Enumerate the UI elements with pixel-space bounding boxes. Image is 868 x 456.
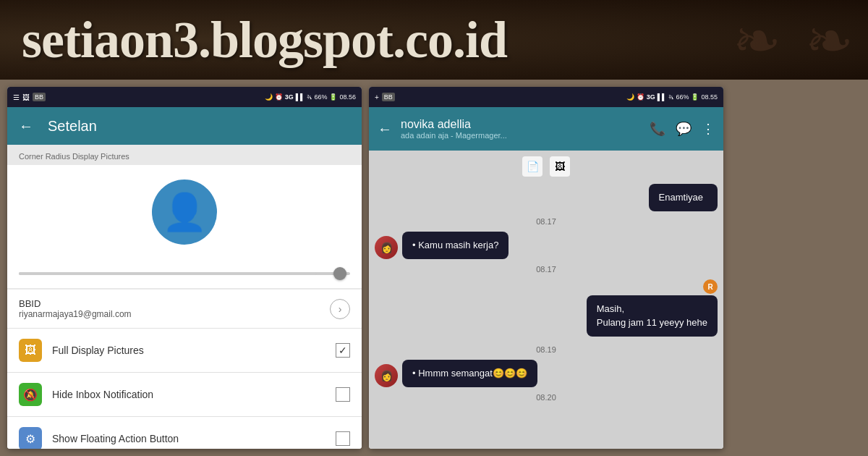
bubble-kamu: • Kamu masih kerja? <box>402 232 509 259</box>
image-icon: 🖼 <box>22 93 30 101</box>
full-display-label: Full Display Pictures <box>52 345 326 356</box>
hide-inbox-icon: 🔕 <box>19 383 42 406</box>
contact-name: novika adellia <box>401 118 641 131</box>
network-3g: 3G <box>285 93 294 101</box>
settings-body: Corner Radius Display Pictures 👤 BBID ri… <box>7 145 362 449</box>
timestamp-0819: 08.19 <box>375 345 718 354</box>
status-right-left: 🌙 ⏰ 3G ▌▌ ²⁄₁ 66% 🔋 08.56 <box>265 93 356 101</box>
status-bar-left: ☰ 🖼 BB 🌙 ⏰ 3G ▌▌ ²⁄₁ 66% 🔋 08.56 <box>7 87 362 107</box>
bbid-label: BBID <box>19 298 132 309</box>
timestamp-0820: 08.20 <box>375 393 718 402</box>
signal-bars-r: ▌▌ <box>658 93 667 101</box>
floating-label: Show Floating Action Button <box>52 433 326 444</box>
bbid-section[interactable]: BBID riyanarmajaya19@gmail.com › <box>7 290 362 328</box>
menu-icon: ☰ <box>13 93 20 101</box>
timestamp-0817-2: 08.17 <box>375 265 718 274</box>
avatar-img-1: 👩 <box>375 236 398 259</box>
moon-icon: 🌙 <box>265 93 273 101</box>
settings-app-bar: ← Setelan <box>7 107 362 145</box>
signal-2: ²⁄₁ <box>307 94 312 101</box>
contact-avatar-2: 👩 <box>375 364 398 387</box>
slider-section[interactable] <box>7 259 362 288</box>
msg-text-hmmm: • Hmmm semangat😊😊😊 <box>412 368 527 379</box>
bb-icon: BB <box>33 93 46 101</box>
msg-row-hmmm: 👩 • Hmmm semangat😊😊😊 <box>375 360 718 387</box>
contact-avatar-1: 👩 <box>375 236 398 259</box>
msg-enamtiyae: Enamtiyae <box>375 184 718 211</box>
bubble-masih: Masih,Pulang jam 11 yeeyy hehe <box>587 295 718 336</box>
settings-title: Setelan <box>48 118 97 135</box>
phone-left: ☰ 🖼 BB 🌙 ⏰ 3G ▌▌ ²⁄₁ 66% 🔋 08.56 ← Setel… <box>7 87 362 449</box>
signal-2-r: ²⁄₁ <box>668 94 673 101</box>
msg-row-masih: Masih,Pulang jam 11 yeeyy hehe <box>375 295 718 336</box>
full-display-checkbox[interactable]: ✓ <box>336 343 350 358</box>
chat-app-bar: ← novika adellia ada adain aja - Magerma… <box>369 107 723 151</box>
header-banner: setiaon3.blogspot.co.id <box>0 0 868 80</box>
sent-name-badge: R <box>375 279 718 294</box>
time-right: 08.55 <box>701 93 718 101</box>
bbid-arrow[interactable]: › <box>330 299 350 319</box>
full-display-icon: 🖼 <box>19 339 42 362</box>
menu-item-hide-inbox[interactable]: 🔕 Hide Inbox Notification <box>7 372 362 416</box>
slider-thumb[interactable] <box>333 267 346 280</box>
call-icon[interactable]: 📞 <box>650 121 665 137</box>
bbid-info: BBID riyanarmajaya19@gmail.com <box>19 298 132 319</box>
avatar: 👤 <box>152 180 217 245</box>
back-button[interactable]: ← <box>19 118 33 135</box>
menu-item-full-display[interactable]: 🖼 Full Display Pictures ✓ <box>7 328 362 372</box>
battery-percent: 66% <box>314 93 327 101</box>
alarm-icon-r: ⏰ <box>637 93 644 101</box>
bb-icon-right: BB <box>382 93 395 101</box>
avatar-img-2: 👩 <box>375 364 398 387</box>
status-left-icons: ☰ 🖼 BB <box>13 93 46 101</box>
msg-text-enamtiyae: Enamtiyae <box>659 192 703 203</box>
hide-inbox-checkbox[interactable] <box>336 387 350 402</box>
bubble-enamtiyae: Enamtiyae <box>649 184 718 211</box>
floating-icon: ⚙ <box>19 427 42 449</box>
bubble-hmmm: • Hmmm semangat😊😊😊 <box>402 360 537 387</box>
avatar-section: 👤 <box>7 165 362 259</box>
battery-icon-r: 🔋 <box>691 93 699 101</box>
sender-initial-badge: R <box>703 279 718 294</box>
msg-text-kamu: • Kamu masih kerja? <box>412 240 498 250</box>
phone-right: + BB 🌙 ⏰ 3G ▌▌ ²⁄₁ 66% 🔋 08.55 ← novika … <box>369 87 723 449</box>
media-icons-row: 📄 🖼 <box>375 156 718 177</box>
section-label: Corner Radius Display Pictures <box>7 145 362 165</box>
bbid-value: riyanarmajaya19@gmail.com <box>19 309 132 319</box>
chat-icon[interactable]: 💬 <box>676 121 692 137</box>
menu-item-floating[interactable]: ⚙ Show Floating Action Button <box>7 416 362 449</box>
timestamp-0817-1: 08.17 <box>375 217 718 226</box>
moon-icon-r: 🌙 <box>626 93 634 101</box>
signal-bars: ▌▌ <box>296 93 305 101</box>
media-icon-2[interactable]: 🖼 <box>550 156 570 177</box>
msg-text-masih: Masih,Pulang jam 11 yeeyy hehe <box>597 303 707 327</box>
floating-checkbox[interactable] <box>336 431 350 446</box>
battery-icon: 🔋 <box>329 93 337 101</box>
time-left: 08.56 <box>339 93 356 101</box>
contact-status: ada adain aja - Magermager... <box>401 131 641 140</box>
msg-row-masih-wrapper: R Masih,Pulang jam 11 yeeyy hehe <box>375 279 718 339</box>
chat-body: 📄 🖼 Enamtiyae 08.17 👩 • Kamu <box>369 151 723 449</box>
msg-row-kamu: 👩 • Kamu masih kerja? <box>375 232 718 259</box>
chat-back-button[interactable]: ← <box>378 121 392 138</box>
status-bar-right: + BB 🌙 ⏰ 3G ▌▌ ²⁄₁ 66% 🔋 08.55 <box>369 87 723 107</box>
slider-fill <box>19 272 317 275</box>
chat-header-icons: 📞 💬 ⋮ <box>650 121 715 137</box>
person-icon: 👤 <box>162 191 207 233</box>
chat-contact-info[interactable]: novika adellia ada adain aja - Magermage… <box>401 118 641 140</box>
site-title: setiaon3.blogspot.co.id <box>22 10 507 70</box>
more-icon[interactable]: ⋮ <box>702 121 715 137</box>
battery-percent-r: 66% <box>676 93 689 101</box>
plus-icon: + <box>375 93 379 101</box>
main-content: ☰ 🖼 BB 🌙 ⏰ 3G ▌▌ ²⁄₁ 66% 🔋 08.56 ← Setel… <box>0 80 868 456</box>
alarm-icon: ⏰ <box>275 93 283 101</box>
status-right-left-icons: + BB <box>375 93 395 101</box>
network-3g-r: 3G <box>647 93 655 101</box>
hide-inbox-label: Hide Inbox Notification <box>52 389 326 400</box>
radius-slider-track[interactable] <box>19 272 350 275</box>
status-right-right: 🌙 ⏰ 3G ▌▌ ²⁄₁ 66% 🔋 08.55 <box>626 93 718 101</box>
media-icon-1[interactable]: 📄 <box>522 156 542 177</box>
